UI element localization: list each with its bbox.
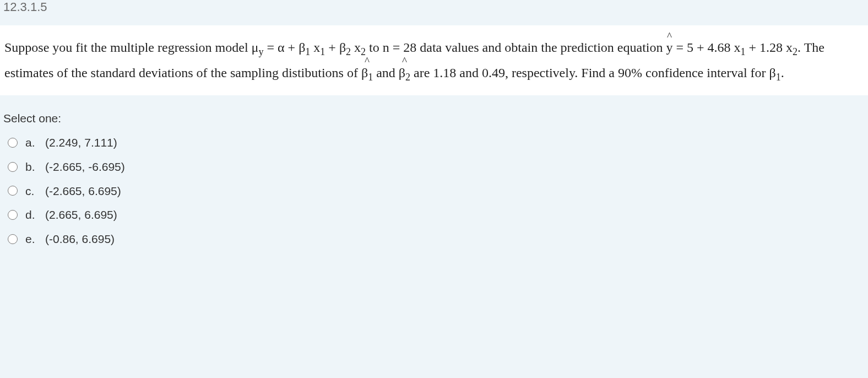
option-d[interactable]: d. (2.665, 6.695) <box>8 205 862 225</box>
answer-block: Select one: a. (2.249, 7.111) b. (-2.665… <box>0 95 868 264</box>
model-equation: μy = α + β1 x1 + β2 x2 <box>252 40 366 55</box>
beta2-sub: 2 <box>346 46 351 57</box>
option-a[interactable]: a. (2.249, 7.111) <box>8 133 862 153</box>
pred-eq2: + 1.28 x <box>746 40 793 55</box>
options-list: a. (2.249, 7.111) b. (-2.665, -6.695) c.… <box>3 133 862 249</box>
option-text: (-2.665, 6.695) <box>45 181 121 201</box>
select-one-label: Select one: <box>3 112 862 125</box>
text-segment: . <box>781 66 784 80</box>
radio-d[interactable] <box>8 210 18 220</box>
radio-c[interactable] <box>8 186 18 196</box>
option-c[interactable]: c. (-2.665, 6.695) <box>8 181 862 201</box>
x1-sub: 1 <box>741 46 746 57</box>
x2-sub: 2 <box>793 46 798 57</box>
option-text: (2.249, 7.111) <box>45 133 117 153</box>
option-e[interactable]: e. (-0.86, 6.695) <box>8 229 862 249</box>
text-segment: are 1.18 and 0.49, respectively. Find a … <box>410 66 776 80</box>
question-number: 12.3.1.5 <box>0 0 868 25</box>
beta: β <box>399 66 405 80</box>
beta2-sub: 2 <box>405 71 410 82</box>
pred-eq: = 5 + 4.68 x <box>672 40 740 55</box>
text-segment: to n = 28 data values and obtain the pre… <box>366 40 666 55</box>
radio-e[interactable] <box>8 234 18 244</box>
mu: μ <box>252 40 259 55</box>
option-letter: e. <box>25 229 37 249</box>
beta2-hat: β2 <box>399 61 410 86</box>
radio-b[interactable] <box>8 162 18 172</box>
option-text: (2.665, 6.695) <box>45 205 117 225</box>
option-letter: c. <box>25 181 37 201</box>
question-text: Suppose you fit the multiple regression … <box>0 25 868 95</box>
x2: x <box>351 40 361 55</box>
and-text: and <box>373 66 399 80</box>
option-text: (-2.665, -6.695) <box>45 157 125 177</box>
beta: β <box>361 66 368 80</box>
option-text: (-0.86, 6.695) <box>45 229 115 249</box>
option-letter: d. <box>25 205 37 225</box>
beta1-sub: 1 <box>368 71 373 82</box>
beta1-sub: 1 <box>305 46 310 57</box>
x1-sub: 1 <box>320 46 325 57</box>
y-hat: y <box>666 35 672 61</box>
radio-a[interactable] <box>8 138 18 148</box>
x1: x <box>310 40 320 55</box>
plus-beta2: + β <box>325 40 346 55</box>
eq-part: = α + β <box>263 40 305 55</box>
beta1-hat: β1 <box>361 61 373 86</box>
text-segment: Suppose you fit the multiple regression … <box>4 40 252 55</box>
beta1-sub: 1 <box>776 71 781 82</box>
option-b[interactable]: b. (-2.665, -6.695) <box>8 157 862 177</box>
option-letter: a. <box>25 133 37 153</box>
option-letter: b. <box>25 157 37 177</box>
